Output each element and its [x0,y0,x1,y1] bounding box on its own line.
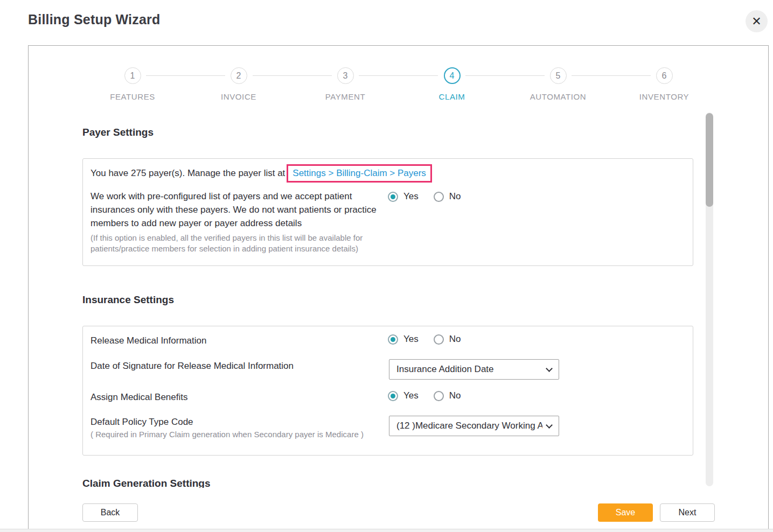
release-medical-radio-group: Yes No [388,334,461,345]
save-button[interactable]: Save [598,503,653,522]
signature-date-label: Date of Signature for Release Medical In… [90,361,294,372]
step-number-circle: 6 [656,67,673,84]
step-label: FEATURES [92,92,173,101]
stepper-step-inventory[interactable]: 6 INVENTORY [624,67,705,101]
step-label: PAYMENT [305,92,386,101]
stepper-step-payment[interactable]: 3 PAYMENT [305,67,386,101]
stepper-connector [572,75,651,76]
scrollbar-thumb[interactable] [706,113,713,207]
radio-yes-label[interactable]: Yes [403,390,419,401]
back-button[interactable]: Back [82,503,138,522]
preconfigured-payers-question: We work with pre-configured list of paye… [90,190,388,230]
chevron-down-icon [546,365,553,372]
insurance-settings-panel: Release Medical Information Yes No Date … [82,326,693,456]
close-icon: ✕ [751,16,761,27]
policy-type-label: Default Policy Type Code [90,417,193,428]
radio-dot [391,394,395,398]
policy-type-value: (12 )Medicare Secondary Working A [396,421,542,431]
step-label: INVOICE [198,92,279,101]
stepper-step-automation[interactable]: 5 AUTOMATION [518,67,598,101]
stepper-step-invoice[interactable]: 2 INVOICE [198,67,279,101]
assign-benefits-label: Assign Medical Benefits [90,392,187,403]
step-number-circle: 4 [444,67,461,84]
payer-settings-panel: You have 275 payer(s). Manage the payer … [82,158,693,266]
policy-type-note: ( Required in Primary Claim generation w… [90,430,364,439]
preconfigured-payers-radio-group: Yes No [388,191,461,202]
page-title: Billing Setup Wizard [28,12,160,27]
step-number-circle: 5 [550,67,567,84]
radio-no[interactable] [434,192,444,202]
radio-dot [391,194,395,199]
insurance-settings-heading: Insurance Settings [82,294,174,306]
wizard-footer: Back Save Next [29,488,768,532]
next-button[interactable]: Next [660,503,715,522]
chevron-down-icon [546,422,553,429]
payer-link-highlight: Settings > Billing-Claim > Payers [287,164,432,183]
stepper-step-claim[interactable]: 4 CLAIM [412,67,492,101]
radio-dot [391,337,395,342]
radio-no-label[interactable]: No [449,334,461,345]
step-number-circle: 3 [337,67,354,84]
radio-no[interactable] [434,391,444,401]
step-label: CLAIM [412,92,492,101]
stepper-connector [359,75,438,76]
stepper-connector [253,75,332,76]
radio-no-label[interactable]: No [449,390,461,401]
payer-count-text: You have 275 payer(s). Manage the payer … [90,168,285,179]
radio-yes-label[interactable]: Yes [403,334,419,345]
release-medical-label: Release Medical Information [90,335,206,346]
signature-date-select[interactable]: Insurance Addition Date [389,359,559,380]
step-number-circle: 1 [124,67,141,84]
preconfigured-payers-note: (If this option is enabled, all the veri… [90,233,390,254]
stepper-connector [146,75,225,76]
wizard-panel: 1 FEATURES 2 INVOICE 3 PAYMENT 4 CLAIM 5… [28,45,769,532]
step-label: INVENTORY [624,92,705,101]
payer-settings-heading: Payer Settings [82,127,154,138]
policy-type-select[interactable]: (12 )Medicare Secondary Working A [389,416,559,436]
radio-yes[interactable] [388,192,398,202]
radio-yes[interactable] [388,391,398,401]
assign-benefits-radio-group: Yes No [388,390,461,401]
manage-payers-link[interactable]: Settings > Billing-Claim > Payers [293,168,426,178]
radio-no[interactable] [434,334,444,345]
close-button[interactable]: ✕ [746,10,768,32]
vertical-scrollbar[interactable] [706,113,713,486]
step-number-circle: 2 [231,67,247,84]
stepper-connector [465,75,545,76]
radio-yes[interactable] [388,334,398,345]
stepper-step-features[interactable]: 1 FEATURES [92,67,173,101]
page-bottom-strip [0,529,773,532]
radio-no-label[interactable]: No [449,191,461,202]
radio-yes-label[interactable]: Yes [403,191,419,202]
billing-setup-wizard: Billing Setup Wizard ✕ 1 FEATURES 2 INVO… [0,0,773,532]
payer-count-row: You have 275 payer(s). Manage the payer … [90,164,432,183]
signature-date-value: Insurance Addition Date [396,364,542,375]
step-label: AUTOMATION [518,92,598,101]
